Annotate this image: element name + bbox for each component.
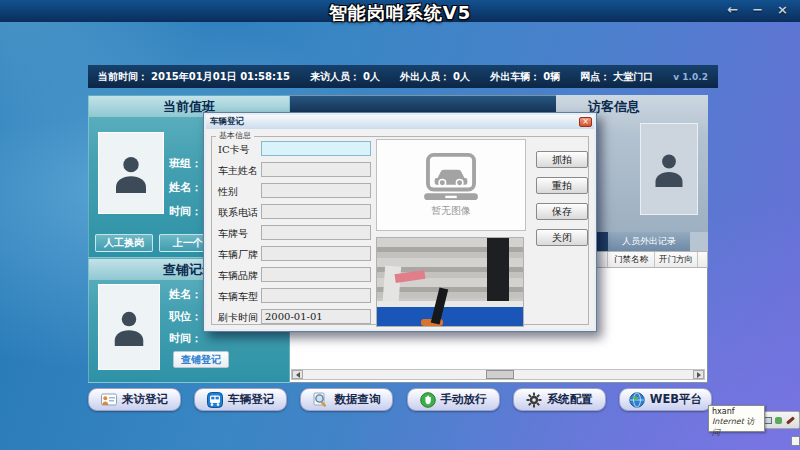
system-config-icon bbox=[526, 392, 542, 408]
column-header-door-name: 门禁名称 bbox=[608, 252, 655, 267]
vehicle-model-label: 车辆车型 bbox=[218, 290, 258, 304]
close-icon[interactable]: × bbox=[777, 2, 788, 17]
status-visitor-count: 来访人员：0人 bbox=[310, 70, 380, 84]
vehicle-brand-label: 车辆品牌 bbox=[218, 269, 258, 283]
data-query-icon bbox=[313, 392, 329, 408]
app-version: v 1.0.2 bbox=[673, 72, 708, 82]
inspection-photo bbox=[98, 284, 160, 370]
dialog-title: 车辆登记 bbox=[210, 116, 244, 128]
vehicle-maker-input[interactable] bbox=[261, 246, 371, 261]
status-site: 网点：大堂门口 bbox=[580, 70, 653, 84]
status-label: 外出车辆： bbox=[490, 71, 540, 82]
person-icon bbox=[111, 149, 151, 197]
toolbar-label: 车辆登记 bbox=[228, 392, 274, 407]
desktop: 智能岗哨系统V5 ← − × 当前时间：2015年01月01日 01:58:15… bbox=[0, 0, 800, 450]
show-desktop-button[interactable] bbox=[791, 436, 800, 446]
capture-button[interactable]: 抓拍 bbox=[536, 151, 588, 168]
toolbar-label: WEB平台 bbox=[650, 392, 702, 407]
inspection-register-button[interactable]: 查铺登记 bbox=[173, 351, 229, 368]
gender-input[interactable] bbox=[261, 183, 371, 198]
app-title: 智能岗哨系统V5 bbox=[0, 1, 800, 25]
plugin-icon[interactable] bbox=[775, 417, 782, 424]
vehicle-register-icon bbox=[207, 392, 223, 408]
preview-blue-wall bbox=[377, 307, 523, 326]
save-button[interactable]: 保存 bbox=[536, 203, 588, 220]
status-value: 0人 bbox=[363, 71, 380, 82]
status-out-people: 外出人员：0人 bbox=[400, 70, 470, 84]
vehicle-maker-label: 车辆厂牌 bbox=[218, 248, 258, 262]
scroll-left-arrow[interactable] bbox=[292, 370, 303, 379]
network-tooltip: hxanf Internet 访问 bbox=[708, 405, 765, 432]
status-value: 大堂门口 bbox=[613, 71, 653, 82]
scroll-thumb[interactable] bbox=[486, 370, 514, 379]
person-icon bbox=[110, 304, 148, 350]
plate-number-input[interactable] bbox=[261, 225, 371, 240]
toolbar-label: 来访登记 bbox=[122, 392, 168, 407]
phone-label: 联系电话 bbox=[218, 206, 258, 220]
vehicle-model-input[interactable] bbox=[261, 288, 371, 303]
retake-button[interactable]: 重拍 bbox=[536, 177, 588, 194]
main-toolbar: 来访登记 车辆登记 数据查询 bbox=[88, 388, 712, 412]
inspect-name-label: 姓名： bbox=[169, 287, 202, 302]
horizontal-scrollbar[interactable] bbox=[291, 369, 705, 380]
back-icon[interactable]: ← bbox=[727, 2, 738, 17]
column-header-door-direction: 开门方向 bbox=[655, 252, 698, 267]
duty-name-label: 姓名： bbox=[169, 180, 202, 195]
system-config-button[interactable]: 系统配置 bbox=[513, 388, 606, 411]
car-icon bbox=[420, 153, 482, 201]
duty-photo bbox=[98, 132, 164, 214]
gender-label: 性别 bbox=[218, 185, 238, 199]
tabstrip-filler bbox=[690, 232, 708, 251]
swipe-time-label: 刷卡时间 bbox=[218, 311, 258, 325]
manual-shift-button[interactable]: 人工换岗 bbox=[95, 234, 153, 252]
status-label: 当前时间： bbox=[98, 71, 148, 82]
camera-preview bbox=[376, 237, 524, 327]
triangle-right-icon bbox=[697, 372, 701, 378]
app-titlebar: 智能岗哨系统V5 ← − × bbox=[0, 0, 800, 22]
person-icon bbox=[651, 147, 687, 191]
status-current-time: 当前时间：2015年01月01日 01:58:15 bbox=[98, 70, 290, 84]
status-value: 0辆 bbox=[543, 71, 560, 82]
ic-card-input[interactable] bbox=[261, 141, 371, 156]
status-label: 网点： bbox=[580, 71, 610, 82]
visitor-photo bbox=[640, 123, 698, 215]
duty-time-label: 时间： bbox=[169, 204, 202, 219]
swipe-time-input[interactable] bbox=[261, 309, 371, 324]
status-value: 2015年01月01日 01:58:15 bbox=[151, 71, 290, 82]
status-out-vehicles: 外出车辆：0辆 bbox=[490, 70, 560, 84]
manual-release-icon bbox=[420, 392, 436, 408]
network-status: Internet 访问 bbox=[712, 416, 761, 438]
window-controls: ← − × bbox=[727, 2, 788, 17]
plate-number-label: 车牌号 bbox=[218, 227, 248, 241]
data-query-button[interactable]: 数据查询 bbox=[300, 388, 393, 411]
toolbar-label: 手动放行 bbox=[441, 392, 487, 407]
no-image-text: 暂无图像 bbox=[431, 204, 471, 218]
close-button[interactable]: 关闭 bbox=[536, 229, 588, 246]
dialog-close-icon[interactable]: × bbox=[579, 117, 592, 127]
status-label: 外出人员： bbox=[400, 71, 450, 82]
scroll-right-arrow[interactable] bbox=[693, 370, 704, 379]
ic-card-label: IC卡号 bbox=[218, 143, 250, 157]
minimize-icon[interactable]: − bbox=[752, 2, 763, 17]
web-platform-button[interactable]: WEB平台 bbox=[619, 388, 712, 411]
duty-team-label: 班组： bbox=[169, 156, 202, 171]
wrench-icon[interactable] bbox=[786, 416, 795, 424]
owner-name-label: 车主姓名 bbox=[218, 164, 258, 178]
web-platform-icon bbox=[629, 392, 645, 408]
network-name: hxanf bbox=[712, 407, 761, 416]
vehicle-registration-dialog: 车辆登记 × 基本信息 IC卡号 车主姓名 性别 联系电话 车 bbox=[203, 112, 597, 332]
vehicle-photo-placeholder: 暂无图像 bbox=[376, 139, 526, 231]
dialog-body: 基本信息 IC卡号 车主姓名 性别 联系电话 车牌号 bbox=[206, 129, 594, 329]
visitor-register-button[interactable]: 来访登记 bbox=[88, 388, 181, 411]
vehicle-brand-input[interactable] bbox=[261, 267, 371, 282]
vehicle-register-button[interactable]: 车辆登记 bbox=[194, 388, 287, 411]
dialog-titlebar[interactable]: 车辆登记 × bbox=[206, 115, 594, 129]
owner-name-input[interactable] bbox=[261, 162, 371, 177]
tab-personnel-exit-records[interactable]: 人员外出记录 bbox=[608, 232, 690, 251]
status-bar: 当前时间：2015年01月01日 01:58:15 来访人员：0人 外出人员：0… bbox=[88, 65, 718, 88]
manual-release-button[interactable]: 手动放行 bbox=[407, 388, 500, 411]
toolbar-label: 系统配置 bbox=[547, 392, 593, 407]
inspect-time-label: 时间： bbox=[169, 331, 202, 346]
phone-input[interactable] bbox=[261, 204, 371, 219]
visitor-register-icon bbox=[101, 393, 117, 407]
